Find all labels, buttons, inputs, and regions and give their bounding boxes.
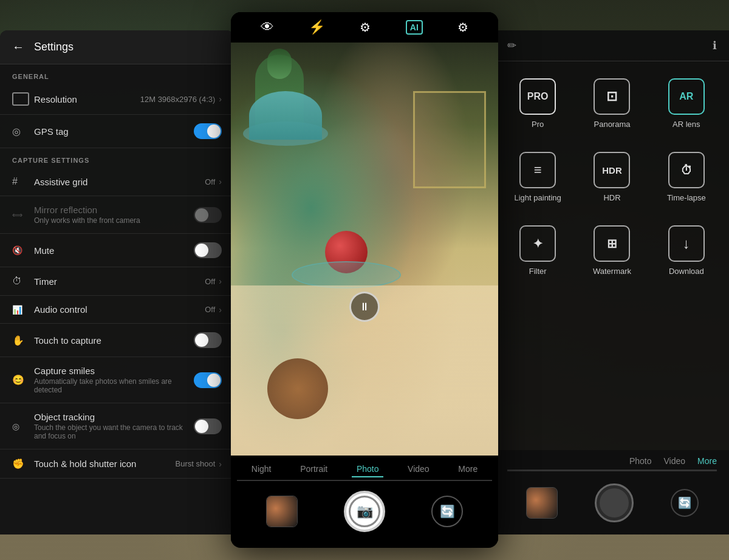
mode-tab-photo[interactable]: Photo <box>352 462 384 477</box>
settings-title: Settings <box>34 41 74 53</box>
ar-lens-icon-box: AR <box>668 78 705 115</box>
light-painting-icon: ≡ <box>534 162 542 178</box>
mirror-label: Mirror reflection <box>34 205 194 215</box>
timelapse-label: Time-lapse <box>667 193 706 202</box>
more-bottom-tab-bar: Photo Video More <box>495 450 729 470</box>
mode-tab-night[interactable]: Night <box>247 462 276 477</box>
resolution-arrow-icon: › <box>219 94 222 104</box>
mode-item-pro[interactable]: PRO Pro <box>501 67 574 140</box>
mode-tab-portrait[interactable]: Portrait <box>295 462 332 477</box>
scene-bowl <box>249 91 322 140</box>
timer-item[interactable]: ⏱ Timer Off › <box>0 267 234 296</box>
mode-item-hdr[interactable]: HDR HDR <box>575 141 648 213</box>
more-bottom-tab-more[interactable]: More <box>697 456 717 466</box>
shutter-button[interactable]: 📷 <box>344 491 385 532</box>
mode-item-watermark[interactable]: ⊞ Watermark <box>575 214 648 287</box>
gallery-thumbnail[interactable] <box>266 496 298 527</box>
light-painting-icon-box: ≡ <box>519 152 556 188</box>
timer-icon: ⏱ <box>12 276 29 287</box>
modes-grid: PRO Pro ⊡ Panorama AR AR lens ≡ Light pa… <box>495 61 729 293</box>
mode-tab-video[interactable]: Video <box>403 462 434 477</box>
object-tracking-toggle[interactable] <box>194 418 222 434</box>
capture-smiles-sublabel: Automatically take photos when smiles ar… <box>34 377 194 394</box>
camera-options-icon[interactable]: ⚙ <box>457 20 468 35</box>
mute-toggle[interactable] <box>194 242 222 258</box>
timelapse-icon-box: ⏱ <box>668 152 705 188</box>
touch-capture-item[interactable]: ✋ Touch to capture <box>0 324 234 357</box>
hold-shutter-value: Burst shoot <box>176 459 216 468</box>
gps-item[interactable]: ◎ GPS tag <box>0 115 234 148</box>
record-pause-button[interactable]: ⏸ <box>349 292 380 322</box>
mirror-icon: ⟺ <box>12 211 29 219</box>
resolution-item[interactable]: Resolution 12M 3968x2976 (4:3) › <box>0 84 234 115</box>
mode-item-filter[interactable]: ✦ Filter <box>501 214 574 287</box>
more-shutter-inner <box>600 488 629 517</box>
mode-item-download[interactable]: ↓ Download <box>650 214 723 287</box>
hold-shutter-icon: ✊ <box>12 458 29 470</box>
audio-control-arrow-icon: › <box>219 305 222 315</box>
assistive-grid-icon: # <box>12 176 29 187</box>
pro-icon-text: PRO <box>527 91 549 102</box>
audio-control-icon: 📊 <box>12 305 29 315</box>
assistive-grid-arrow-icon: › <box>219 177 222 186</box>
object-tracking-icon: ◎ <box>12 422 29 431</box>
audio-control-item[interactable]: 📊 Audio control Off › <box>0 296 234 324</box>
object-tracking-item[interactable]: ◎ Object tracking Touch the object you w… <box>0 403 234 449</box>
more-modes-panel: ✏ ℹ PRO Pro ⊡ Panorama AR AR lens <box>495 30 729 534</box>
settings-body: GENERAL Resolution 12M 3968x2976 (4:3) ›… <box>0 64 234 534</box>
camera-ai-icon[interactable]: AI <box>406 20 423 35</box>
download-label: Download <box>669 267 704 276</box>
more-shutter-button[interactable] <box>595 483 634 522</box>
light-painting-label: Light painting <box>514 193 561 202</box>
object-tracking-label: Object tracking <box>34 412 194 422</box>
touch-capture-toggle[interactable] <box>194 332 222 348</box>
pro-icon-box: PRO <box>519 78 556 115</box>
gps-label: GPS tag <box>34 126 194 137</box>
mode-item-ar-lens[interactable]: AR AR lens <box>650 67 723 140</box>
watermark-icon-box: ⊞ <box>594 225 630 262</box>
camera-viewfinder[interactable]: ⏸ <box>231 43 498 456</box>
capture-smiles-toggle[interactable] <box>194 372 222 388</box>
more-gallery-thumbnail[interactable] <box>526 487 558 519</box>
info-icon[interactable]: ℹ <box>713 39 717 52</box>
flip-camera-button[interactable]: 🔄 <box>431 496 463 527</box>
mode-item-panorama[interactable]: ⊡ Panorama <box>575 67 648 140</box>
hdr-icon-text: HDR <box>602 165 622 176</box>
resolution-icon <box>12 92 29 106</box>
timer-label: Timer <box>34 276 205 287</box>
viewfinder-bg: ⏸ <box>231 43 498 456</box>
camera-settings-icon[interactable]: ⚙ <box>360 20 371 35</box>
more-bottom-camera-controls: 🔄 <box>495 477 729 534</box>
more-bottom-tab-video[interactable]: Video <box>664 456 686 466</box>
mirror-reflection-item: ⟺ Mirror reflection Only works with the … <box>0 196 234 234</box>
mode-item-light-painting[interactable]: ≡ Light painting <box>501 141 574 213</box>
gps-toggle[interactable] <box>194 123 222 139</box>
assistive-grid-item[interactable]: # Assistive grid Off › <box>0 168 234 196</box>
scene-plate <box>292 261 401 289</box>
mode-tab-more[interactable]: More <box>453 462 482 477</box>
edit-modes-icon[interactable]: ✏ <box>507 39 516 52</box>
camera-flash-icon[interactable]: ⚡ <box>309 19 325 35</box>
ar-icon-text: AR <box>679 91 693 102</box>
watermark-label: Watermark <box>593 267 631 276</box>
audio-control-label: Audio control <box>34 304 205 315</box>
camera-bottom-controls: 📷 🔄 <box>231 481 498 542</box>
scene-plant-top <box>267 49 292 79</box>
mute-icon: 🔇 <box>12 245 29 255</box>
panorama-icon-box: ⊡ <box>594 78 630 115</box>
mode-item-timelapse[interactable]: ⏱ Time-lapse <box>650 141 723 213</box>
resolution-value: 12M 3968x2976 (4:3) <box>140 95 216 104</box>
assistive-grid-value: Off <box>205 177 215 186</box>
mute-item[interactable]: 🔇 Mute <box>0 234 234 267</box>
back-button[interactable]: ← <box>12 40 24 54</box>
more-bottom-tab-photo[interactable]: Photo <box>629 456 652 466</box>
more-flip-camera-button[interactable]: 🔄 <box>671 489 699 517</box>
camera-top-bar: 👁 ⚡ ⚙ AI ⚙ <box>231 12 498 43</box>
capture-smiles-item[interactable]: 😊 Capture smiles Automatically take phot… <box>0 357 234 403</box>
settings-panel: ← Settings GENERAL Resolution 12M 3968x2… <box>0 30 234 534</box>
general-section-label: GENERAL <box>0 64 234 84</box>
camera-mode-eye-icon[interactable]: 👁 <box>261 19 274 35</box>
hold-shutter-item[interactable]: ✊ Touch & hold shutter icon Burst shoot … <box>0 449 234 479</box>
hold-shutter-arrow-icon: › <box>219 459 222 469</box>
filter-label: Filter <box>529 267 547 276</box>
